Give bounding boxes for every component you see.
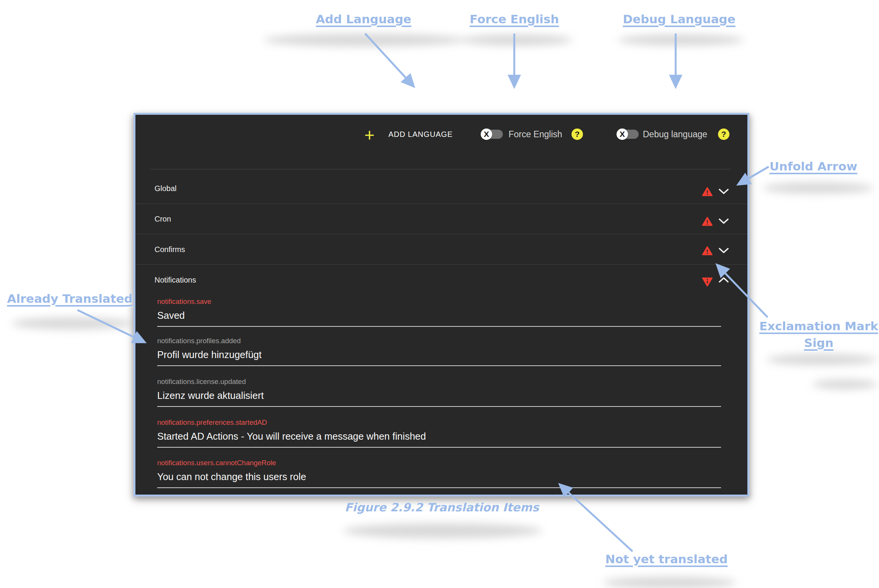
warning-icon <box>702 187 713 196</box>
translation-panel: + ADD LANGUAGE X Force English ? X Debug… <box>134 113 749 496</box>
debug-language-annotation: Debug Language <box>623 12 735 26</box>
translation-item: notifications.users.cannotChangeRole You… <box>157 458 721 488</box>
shadow-blob <box>763 182 874 194</box>
add-language-button[interactable]: ADD LANGUAGE <box>388 129 453 139</box>
section-row-notifications[interactable]: Notifications <box>155 275 196 284</box>
shadow-blob <box>462 34 572 46</box>
figure-page: + ADD LANGUAGE X Force English ? X Debug… <box>0 0 879 588</box>
plus-icon: + <box>364 126 375 144</box>
translation-item: notifications.license.updated Lizenz wur… <box>157 377 721 407</box>
chevron-down-icon[interactable] <box>718 247 729 254</box>
shadow-blob <box>343 523 542 538</box>
force-english-toggle[interactable]: X <box>481 129 503 140</box>
shadow-blob <box>11 317 134 329</box>
translation-value-input[interactable]: Saved <box>157 309 721 321</box>
translation-value-input[interactable]: You can not change this users role <box>157 471 721 483</box>
figure-caption: Figure 2.9.2 Translation Items <box>345 501 539 514</box>
translation-key: notifications.users.cannotChangeRole <box>157 458 721 468</box>
translation-item: notifications.profiles.added Profil wurd… <box>157 336 721 366</box>
shadow-blob <box>263 34 465 47</box>
debug-language-help-icon[interactable]: ? <box>718 129 729 140</box>
section-row-confirms[interactable]: Confirms <box>155 245 185 254</box>
input-underline <box>157 406 721 407</box>
debug-language-label: Debug language <box>643 129 707 140</box>
chevron-down-icon[interactable] <box>718 218 729 224</box>
divider <box>135 204 747 204</box>
already-translated-annotation: Already Translated <box>7 292 132 305</box>
warning-icon <box>702 217 713 226</box>
toggle-knob-x-icon: X <box>617 129 628 140</box>
input-underline <box>157 365 721 366</box>
divider <box>151 169 731 169</box>
force-english-annotation: Force English <box>470 12 559 26</box>
input-underline <box>157 447 721 448</box>
exclamation-mark-annotation-line1: Exclamation Mark <box>759 319 878 333</box>
shadow-blob <box>813 379 877 389</box>
section-row-global[interactable]: Global <box>155 184 177 193</box>
translation-key: notifications.profiles.added <box>157 336 721 345</box>
exclamation-mark-annotation-line2: Sign <box>804 336 833 350</box>
warning-icon-inverted <box>702 277 713 287</box>
shadow-blob <box>618 34 744 46</box>
divider <box>135 234 747 234</box>
translation-item: notifications.preferences.startedAD Star… <box>157 418 721 448</box>
translation-key: notifications.license.updated <box>157 377 721 386</box>
translation-value-input[interactable]: Lizenz wurde aktualisiert <box>157 389 721 402</box>
not-yet-translated-annotation: Not yet translated <box>605 552 728 566</box>
unfold-arrow-annotation: Unfold Arrow <box>770 159 857 173</box>
section-row-cron[interactable]: Cron <box>155 214 171 223</box>
force-english-label: Force English <box>509 129 562 140</box>
translation-item: notifications.save Saved <box>157 297 721 327</box>
toggle-knob-x-icon: X <box>481 129 492 140</box>
shadow-blob <box>603 577 736 588</box>
translation-value-input[interactable]: Profil wurde hinzugefügt <box>157 349 721 361</box>
shadow-blob <box>767 354 877 365</box>
input-underline <box>157 326 721 327</box>
divider <box>135 264 747 265</box>
exclamation-mark-annotation: Exclamation Mark Sign <box>759 318 878 351</box>
warning-icon <box>702 246 713 255</box>
chevron-down-icon[interactable] <box>718 188 729 194</box>
add-language-annotation: Add Language <box>316 12 411 26</box>
translation-key: notifications.save <box>157 297 721 306</box>
debug-language-toggle[interactable]: X <box>617 129 639 140</box>
force-english-help-icon[interactable]: ? <box>572 129 583 140</box>
translation-value-input[interactable]: Started AD Actions - You will receive a … <box>157 430 721 442</box>
input-underline <box>157 487 721 488</box>
chevron-up-icon[interactable] <box>718 277 729 283</box>
translation-key: notifications.preferences.startedAD <box>157 418 721 427</box>
